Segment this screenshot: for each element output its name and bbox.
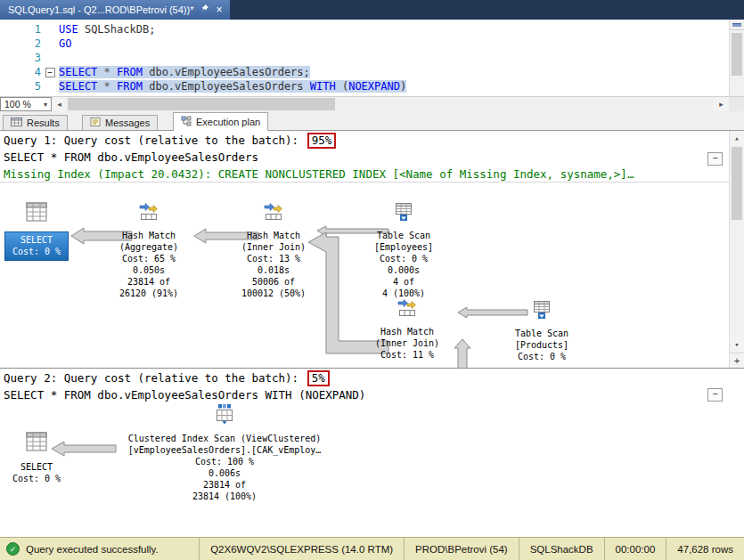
plan-node-label: Hash Match (Inner Join) Cost: 13 % 0.018… <box>241 230 306 299</box>
plan-node-label: Hash Match (Aggregate) Cost: 65 % 0.050s… <box>119 230 178 299</box>
document-tab-title: SQLQuery1.sql - Q2...ROD\BPetrovi (54))* <box>8 4 193 15</box>
editor-vertical-scrollbar[interactable] <box>729 20 744 96</box>
tab-messages-label: Messages <box>105 118 150 128</box>
editor-bottom-bar: 100 % ▾ ◂ ▸ <box>0 96 744 111</box>
document-tab-strip: SQLQuery1.sql - Q2...ROD\BPetrovi (54))*… <box>0 0 744 20</box>
query2-header: Query 2: Query cost (relative to the bat… <box>0 369 729 403</box>
status-rowcount: 47,628 rows <box>666 538 744 560</box>
line-number: 4 <box>0 65 41 79</box>
plan-vertical-scrollbar[interactable]: ▴ ▾ + <box>729 131 744 368</box>
editor-scrollbar-thumb[interactable] <box>732 33 742 76</box>
query2-plan-diagram: SELECT Cost: 0 % Clustered Index Scan (V… <box>0 403 729 538</box>
select-result-icon <box>25 430 48 457</box>
query1-plan-diagram: SELECT Cost: 0 % Hash Match (Aggregate) … <box>0 183 729 368</box>
line-number: 2 <box>0 37 41 51</box>
document-tab[interactable]: SQLQuery1.sql - Q2...ROD\BPetrovi (54))*… <box>0 0 230 20</box>
pin-icon[interactable] <box>200 4 209 16</box>
execution-plan-pane: Query 1: Query cost (relative to the bat… <box>0 130 744 537</box>
tab-results-label: Results <box>27 118 60 128</box>
code-line[interactable]: 5 SELECT * FROM dbo.vEmployeeSalesOrders… <box>0 79 729 93</box>
tab-results[interactable]: Results <box>3 115 68 131</box>
editor-lines: 1 USE SQLShackDB; 2 GO 3 4 − SELECT * FR… <box>0 22 729 96</box>
plan-node-label: Clustered Index Scan (ViewClustered) [vE… <box>128 433 322 502</box>
results-grid-icon <box>11 117 22 129</box>
code-line[interactable]: 2 GO <box>0 37 729 51</box>
query2-collapse-button[interactable]: − <box>707 388 723 402</box>
hscroll-left-button[interactable]: ◂ <box>52 97 67 111</box>
ssms-window: SQLQuery1.sql - Q2...ROD\BPetrovi (54))*… <box>0 0 744 560</box>
query1-statement: SELECT * FROM dbo.vEmployeeSalesOrders <box>4 149 729 166</box>
status-login: PROD\BPetrovi (54) <box>404 538 519 560</box>
plan-node-label: SELECT Cost: 0 % <box>4 231 69 261</box>
code-line[interactable]: 3 <box>0 51 729 65</box>
query2-cost-line: Query 2: Query cost (relative to the bat… <box>4 369 729 386</box>
fold-column: − <box>41 68 59 77</box>
zoom-value: 100 % <box>4 99 31 110</box>
sql-editor[interactable]: 1 USE SQLShackDB; 2 GO 3 4 − SELECT * FR… <box>0 20 729 96</box>
query1-header: Query 1: Query cost (relative to the bat… <box>0 131 729 183</box>
messages-icon <box>90 117 101 129</box>
query2-cost-value: 5% <box>307 370 330 386</box>
line-number: 1 <box>0 22 41 37</box>
tab-messages[interactable]: Messages <box>82 115 158 131</box>
plan-node-hash-match-aggregate[interactable]: Hash Match (Aggregate) Cost: 65 % 0.050s… <box>96 202 201 299</box>
status-server: Q2X6WQV2\SQLEXPRESS (14.0 RTM) <box>199 538 404 560</box>
status-duration: 00:00:00 <box>604 538 666 560</box>
collapse-region-button[interactable]: − <box>45 68 55 77</box>
plan-node-label: Hash Match (Inner Join) Cost: 11 % <box>375 326 439 361</box>
query1-cost-line: Query 1: Query cost (relative to the bat… <box>4 132 729 149</box>
tab-execution-plan-label: Execution plan <box>196 117 260 127</box>
select-result-icon <box>25 200 48 227</box>
hscroll-right-button[interactable]: ▸ <box>714 97 729 111</box>
plan-zoom-plus-button[interactable]: + <box>730 353 744 368</box>
tab-execution-plan[interactable]: Execution plan <box>173 112 268 131</box>
plan-node-select-q2[interactable]: SELECT Cost: 0 % <box>9 430 64 484</box>
hash-match-icon <box>264 202 283 225</box>
code-line[interactable]: 1 USE SQLShackDB; <box>0 22 729 37</box>
hash-match-icon <box>397 298 417 321</box>
plan-scroll-down-button[interactable]: ▾ <box>730 337 744 352</box>
plan-node-label: Table Scan [Employees] Cost: 0 % 0.000s … <box>374 230 433 299</box>
status-message: ✓ Query executed successfully. <box>0 542 199 556</box>
missing-index-hint[interactable]: Missing Index (Impact 20.0432): CREATE N… <box>4 166 729 183</box>
table-scan-icon <box>532 300 552 323</box>
plan-node-table-scan-employees[interactable]: Table Scan [Employees] Cost: 0 % 0.000s … <box>351 202 456 299</box>
plan-node-label: Table Scan [Products] Cost: 0 % <box>515 328 568 362</box>
chevron-down-icon: ▾ <box>44 101 47 109</box>
plan-scrollbar-thumb[interactable] <box>732 147 742 220</box>
status-bar: ✓ Query executed successfully. Q2X6WQV2\… <box>0 537 744 560</box>
clustered-index-scan-icon <box>214 403 235 428</box>
hscroll-thumb[interactable] <box>68 98 335 110</box>
query1-collapse-button[interactable]: − <box>707 152 723 166</box>
code-line[interactable]: 4 − SELECT * FROM dbo.vEmployeeSalesOrde… <box>0 65 729 79</box>
results-tab-strip: Results Messages Execution plan <box>0 111 744 130</box>
execution-plan-icon <box>181 116 192 128</box>
line-number: 5 <box>0 79 41 93</box>
query2-statement: SELECT * FROM dbo.vEmployeeSalesOrders W… <box>4 386 729 403</box>
editor-split-button[interactable] <box>730 20 744 30</box>
scrollbar-corner <box>729 97 744 111</box>
success-icon: ✓ <box>6 542 20 556</box>
status-database: SQLShackDB <box>519 538 604 560</box>
plan-scroll-up-button[interactable]: ▴ <box>730 131 744 145</box>
query1-cost-value: 95% <box>307 133 337 149</box>
plan-node-table-scan-products[interactable]: Table Scan [Products] Cost: 0 % <box>492 300 592 362</box>
close-icon[interactable]: × <box>216 4 222 15</box>
plan-node-select[interactable]: SELECT Cost: 0 % <box>2 200 71 261</box>
line-number: 3 <box>0 51 41 65</box>
table-scan-icon <box>394 202 413 225</box>
plan-node-hash-match-inner-join-1[interactable]: Hash Match (Inner Join) Cost: 13 % 0.018… <box>221 202 326 299</box>
hash-match-icon <box>139 202 159 225</box>
plan-node-clustered-index-scan[interactable]: Clustered Index Scan (ViewClustered) [vE… <box>107 403 342 502</box>
plan-node-hash-match-inner-join-2[interactable]: Hash Match (Inner Join) Cost: 11 % <box>355 298 460 361</box>
zoom-dropdown[interactable]: 100 % ▾ <box>0 97 52 111</box>
plan-node-label: SELECT Cost: 0 % <box>12 461 61 484</box>
